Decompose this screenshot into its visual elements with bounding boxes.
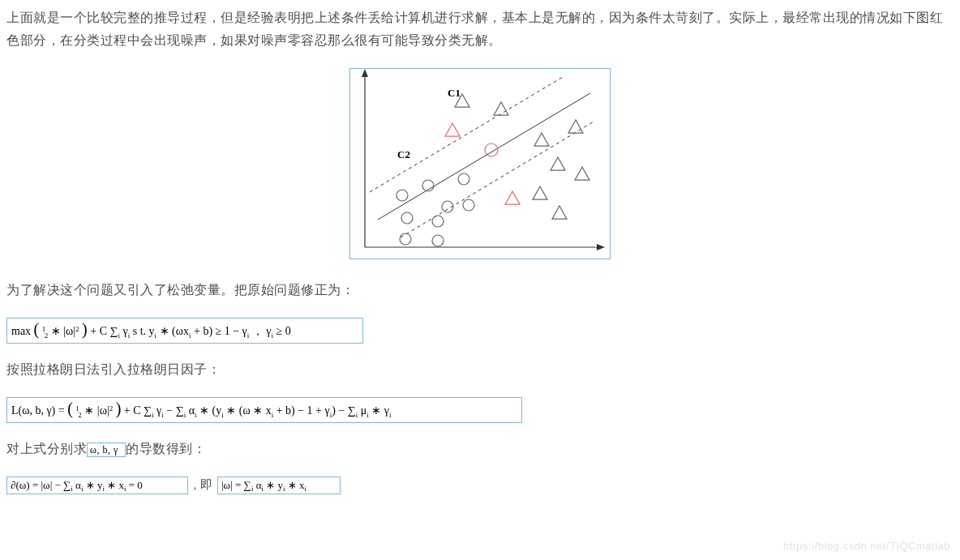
formula-image-4b: |ω| = ∑i αi ∗ yi ∗ xi <box>218 477 340 494</box>
formula-image-4a: ∂(ω) = |ω| − ∑i αi ∗ yi ∗ xi = 0 <box>7 477 187 494</box>
svg-text:ω, b, γ: ω, b, γ <box>90 444 118 455</box>
svg-text:C1: C1 <box>448 87 461 99</box>
equation-slack-objective: max ( 1 2 ∗ |ω|2 ) + C ∑i γi s t. yi ∗ (… <box>6 318 954 344</box>
paragraph-intro: 上面就是一个比较完整的推导过程，但是经验表明把上述条件丢给计算机进行求解，基本上… <box>6 6 954 52</box>
watermark: https://blog.csdn.net/TIQCmatlab <box>783 540 950 552</box>
paragraph-slack-intro: 为了解决这个问题又引入了松弛变量。把原始问题修正为： <box>6 279 954 301</box>
svg-text:C2: C2 <box>397 148 410 160</box>
equation-lagrangian: L(ω, b, γ) = ( 1 2 ∗ |ω|2 ) + C ∑i γi − … <box>6 397 954 423</box>
svm-scatter-figure: C1C2 <box>349 68 611 259</box>
para4-suffix: 的导数得到： <box>126 442 206 455</box>
figure-container: C1C2 <box>6 68 954 263</box>
paragraph-lagrange-intro: 按照拉格朗日法引入拉格朗日因子： <box>6 358 954 381</box>
formula-image-vars: ω, b, γ <box>88 443 125 456</box>
formula-image-1: max ( 1 2 ∗ |ω|2 ) + C ∑i γi s t. yi ∗ (… <box>7 318 362 343</box>
formula-image-2: L(ω, b, γ) = ( 1 2 ∗ |ω|2 ) + C ∑i γi − … <box>7 398 521 422</box>
para4-prefix: 对上式分别求 <box>6 442 87 455</box>
svg-rect-0 <box>350 69 610 259</box>
equation-separator: , 即 <box>193 477 212 491</box>
equation-derivative-omega: ∂(ω) = |ω| − ∑i αi ∗ yi ∗ xi = 0 , 即 |ω|… <box>6 477 954 494</box>
paragraph-derivative-intro: 对上式分别求 ω, b, γ 的导数得到： <box>6 438 954 460</box>
